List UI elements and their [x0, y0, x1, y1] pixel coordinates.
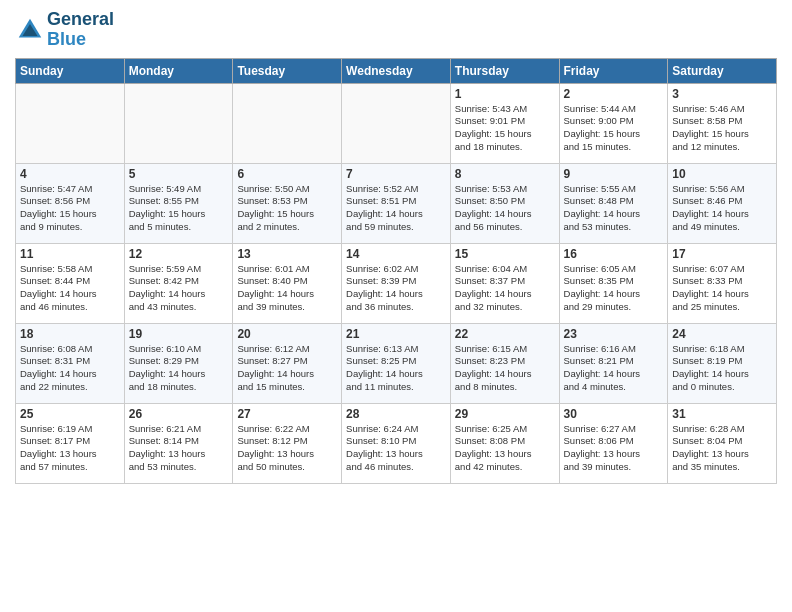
day-number: 17 — [672, 247, 772, 261]
calendar-cell: 21Sunrise: 6:13 AM Sunset: 8:25 PM Dayli… — [342, 323, 451, 403]
page-container: General Blue SundayMondayTuesdayWednesda… — [0, 0, 792, 494]
day-info: Sunrise: 5:56 AM Sunset: 8:46 PM Dayligh… — [672, 183, 772, 234]
calendar-cell: 29Sunrise: 6:25 AM Sunset: 8:08 PM Dayli… — [450, 403, 559, 483]
weekday-header-tuesday: Tuesday — [233, 58, 342, 83]
day-number: 13 — [237, 247, 337, 261]
day-number: 7 — [346, 167, 446, 181]
day-info: Sunrise: 6:19 AM Sunset: 8:17 PM Dayligh… — [20, 423, 120, 474]
calendar-cell — [233, 83, 342, 163]
day-info: Sunrise: 5:49 AM Sunset: 8:55 PM Dayligh… — [129, 183, 229, 234]
day-number: 8 — [455, 167, 555, 181]
calendar-cell — [16, 83, 125, 163]
calendar-cell: 26Sunrise: 6:21 AM Sunset: 8:14 PM Dayli… — [124, 403, 233, 483]
calendar-cell: 31Sunrise: 6:28 AM Sunset: 8:04 PM Dayli… — [668, 403, 777, 483]
day-number: 25 — [20, 407, 120, 421]
day-info: Sunrise: 6:18 AM Sunset: 8:19 PM Dayligh… — [672, 343, 772, 394]
calendar-cell: 11Sunrise: 5:58 AM Sunset: 8:44 PM Dayli… — [16, 243, 125, 323]
calendar-cell: 3Sunrise: 5:46 AM Sunset: 8:58 PM Daylig… — [668, 83, 777, 163]
day-number: 26 — [129, 407, 229, 421]
calendar-cell: 16Sunrise: 6:05 AM Sunset: 8:35 PM Dayli… — [559, 243, 668, 323]
day-info: Sunrise: 5:55 AM Sunset: 8:48 PM Dayligh… — [564, 183, 664, 234]
calendar-cell: 10Sunrise: 5:56 AM Sunset: 8:46 PM Dayli… — [668, 163, 777, 243]
weekday-header-wednesday: Wednesday — [342, 58, 451, 83]
logo: General Blue — [15, 10, 114, 50]
logo-text-general: General — [47, 10, 114, 30]
day-number: 16 — [564, 247, 664, 261]
day-number: 6 — [237, 167, 337, 181]
day-info: Sunrise: 5:47 AM Sunset: 8:56 PM Dayligh… — [20, 183, 120, 234]
page-header: General Blue — [15, 10, 777, 50]
calendar-cell: 5Sunrise: 5:49 AM Sunset: 8:55 PM Daylig… — [124, 163, 233, 243]
day-info: Sunrise: 6:21 AM Sunset: 8:14 PM Dayligh… — [129, 423, 229, 474]
day-info: Sunrise: 6:16 AM Sunset: 8:21 PM Dayligh… — [564, 343, 664, 394]
day-info: Sunrise: 6:12 AM Sunset: 8:27 PM Dayligh… — [237, 343, 337, 394]
day-number: 29 — [455, 407, 555, 421]
day-number: 27 — [237, 407, 337, 421]
day-info: Sunrise: 6:10 AM Sunset: 8:29 PM Dayligh… — [129, 343, 229, 394]
day-number: 18 — [20, 327, 120, 341]
calendar-cell: 18Sunrise: 6:08 AM Sunset: 8:31 PM Dayli… — [16, 323, 125, 403]
day-info: Sunrise: 6:24 AM Sunset: 8:10 PM Dayligh… — [346, 423, 446, 474]
calendar-cell: 17Sunrise: 6:07 AM Sunset: 8:33 PM Dayli… — [668, 243, 777, 323]
calendar-cell: 15Sunrise: 6:04 AM Sunset: 8:37 PM Dayli… — [450, 243, 559, 323]
day-number: 30 — [564, 407, 664, 421]
calendar-table: SundayMondayTuesdayWednesdayThursdayFrid… — [15, 58, 777, 484]
calendar-week-1: 1Sunrise: 5:43 AM Sunset: 9:01 PM Daylig… — [16, 83, 777, 163]
calendar-cell: 24Sunrise: 6:18 AM Sunset: 8:19 PM Dayli… — [668, 323, 777, 403]
calendar-cell — [124, 83, 233, 163]
calendar-week-4: 18Sunrise: 6:08 AM Sunset: 8:31 PM Dayli… — [16, 323, 777, 403]
calendar-cell: 2Sunrise: 5:44 AM Sunset: 9:00 PM Daylig… — [559, 83, 668, 163]
day-info: Sunrise: 5:59 AM Sunset: 8:42 PM Dayligh… — [129, 263, 229, 314]
calendar-cell: 9Sunrise: 5:55 AM Sunset: 8:48 PM Daylig… — [559, 163, 668, 243]
calendar-cell: 12Sunrise: 5:59 AM Sunset: 8:42 PM Dayli… — [124, 243, 233, 323]
calendar-cell: 13Sunrise: 6:01 AM Sunset: 8:40 PM Dayli… — [233, 243, 342, 323]
day-number: 24 — [672, 327, 772, 341]
calendar-cell: 4Sunrise: 5:47 AM Sunset: 8:56 PM Daylig… — [16, 163, 125, 243]
day-number: 4 — [20, 167, 120, 181]
day-info: Sunrise: 6:07 AM Sunset: 8:33 PM Dayligh… — [672, 263, 772, 314]
day-number: 19 — [129, 327, 229, 341]
day-info: Sunrise: 5:50 AM Sunset: 8:53 PM Dayligh… — [237, 183, 337, 234]
day-number: 20 — [237, 327, 337, 341]
day-number: 5 — [129, 167, 229, 181]
calendar-cell: 7Sunrise: 5:52 AM Sunset: 8:51 PM Daylig… — [342, 163, 451, 243]
day-info: Sunrise: 5:53 AM Sunset: 8:50 PM Dayligh… — [455, 183, 555, 234]
logo-text-blue: Blue — [47, 30, 114, 50]
calendar-week-3: 11Sunrise: 5:58 AM Sunset: 8:44 PM Dayli… — [16, 243, 777, 323]
day-number: 15 — [455, 247, 555, 261]
day-info: Sunrise: 6:13 AM Sunset: 8:25 PM Dayligh… — [346, 343, 446, 394]
day-number: 28 — [346, 407, 446, 421]
calendar-cell — [342, 83, 451, 163]
day-info: Sunrise: 5:44 AM Sunset: 9:00 PM Dayligh… — [564, 103, 664, 154]
calendar-cell: 28Sunrise: 6:24 AM Sunset: 8:10 PM Dayli… — [342, 403, 451, 483]
calendar-cell: 30Sunrise: 6:27 AM Sunset: 8:06 PM Dayli… — [559, 403, 668, 483]
day-number: 3 — [672, 87, 772, 101]
day-number: 23 — [564, 327, 664, 341]
day-number: 21 — [346, 327, 446, 341]
day-number: 12 — [129, 247, 229, 261]
day-number: 2 — [564, 87, 664, 101]
day-info: Sunrise: 6:02 AM Sunset: 8:39 PM Dayligh… — [346, 263, 446, 314]
day-info: Sunrise: 6:04 AM Sunset: 8:37 PM Dayligh… — [455, 263, 555, 314]
day-number: 9 — [564, 167, 664, 181]
day-info: Sunrise: 6:08 AM Sunset: 8:31 PM Dayligh… — [20, 343, 120, 394]
calendar-week-2: 4Sunrise: 5:47 AM Sunset: 8:56 PM Daylig… — [16, 163, 777, 243]
weekday-header-saturday: Saturday — [668, 58, 777, 83]
day-info: Sunrise: 6:27 AM Sunset: 8:06 PM Dayligh… — [564, 423, 664, 474]
calendar-cell: 1Sunrise: 5:43 AM Sunset: 9:01 PM Daylig… — [450, 83, 559, 163]
weekday-header-monday: Monday — [124, 58, 233, 83]
day-number: 11 — [20, 247, 120, 261]
calendar-header-row: SundayMondayTuesdayWednesdayThursdayFrid… — [16, 58, 777, 83]
calendar-cell: 27Sunrise: 6:22 AM Sunset: 8:12 PM Dayli… — [233, 403, 342, 483]
calendar-cell: 23Sunrise: 6:16 AM Sunset: 8:21 PM Dayli… — [559, 323, 668, 403]
weekday-header-thursday: Thursday — [450, 58, 559, 83]
calendar-cell: 20Sunrise: 6:12 AM Sunset: 8:27 PM Dayli… — [233, 323, 342, 403]
day-number: 22 — [455, 327, 555, 341]
calendar-cell: 22Sunrise: 6:15 AM Sunset: 8:23 PM Dayli… — [450, 323, 559, 403]
calendar-cell: 25Sunrise: 6:19 AM Sunset: 8:17 PM Dayli… — [16, 403, 125, 483]
day-info: Sunrise: 6:28 AM Sunset: 8:04 PM Dayligh… — [672, 423, 772, 474]
day-info: Sunrise: 6:25 AM Sunset: 8:08 PM Dayligh… — [455, 423, 555, 474]
calendar-week-5: 25Sunrise: 6:19 AM Sunset: 8:17 PM Dayli… — [16, 403, 777, 483]
day-info: Sunrise: 5:52 AM Sunset: 8:51 PM Dayligh… — [346, 183, 446, 234]
day-info: Sunrise: 5:58 AM Sunset: 8:44 PM Dayligh… — [20, 263, 120, 314]
